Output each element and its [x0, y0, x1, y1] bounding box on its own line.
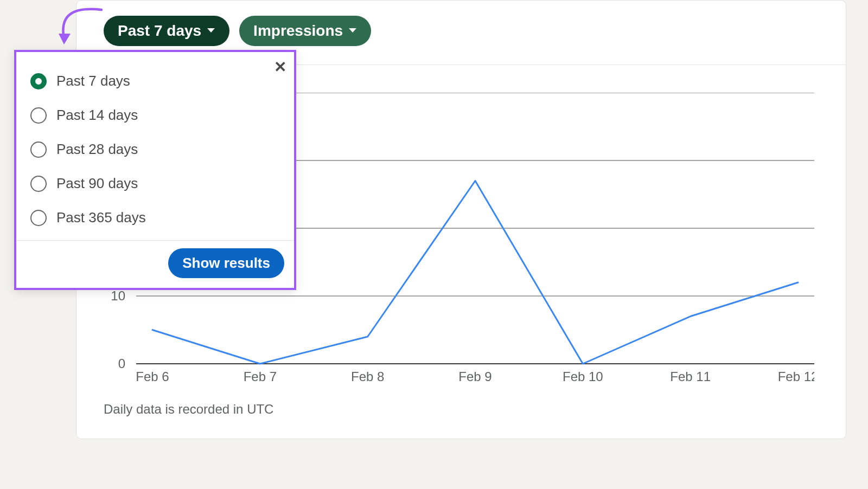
filter-bar: Past 7 days Impressions [104, 16, 371, 46]
date-range-option[interactable]: Past 28 days [27, 132, 283, 166]
date-range-option-label: Past 28 days [56, 141, 138, 158]
popup-footer: Show results [16, 240, 294, 288]
date-range-option[interactable]: Past 7 days [27, 64, 283, 98]
date-range-option[interactable]: Past 90 days [27, 166, 283, 201]
radio-icon [30, 73, 47, 89]
x-tick-label: Feb 8 [351, 369, 384, 384]
date-range-option[interactable]: Past 14 days [27, 98, 283, 132]
chevron-down-icon [348, 26, 357, 36]
show-results-button[interactable]: Show results [168, 248, 284, 278]
y-tick-label: 0 [104, 356, 125, 371]
radio-icon [30, 176, 47, 192]
x-tick-label: Feb 6 [136, 369, 169, 384]
chart-footer-note: Daily data is recorded in UTC [104, 402, 273, 417]
x-tick-label: Feb 10 [563, 369, 603, 384]
x-tick-label: Feb 7 [244, 369, 277, 384]
date-range-option-label: Past 90 days [56, 175, 138, 192]
x-tick-label: Feb 9 [458, 369, 492, 384]
date-range-label: Past 7 days [118, 22, 201, 40]
date-range-option[interactable]: Past 365 days [27, 201, 283, 235]
date-range-option-label: Past 7 days [56, 73, 130, 89]
metric-label: Impressions [253, 22, 343, 40]
x-tick-label: Feb 12 [778, 369, 814, 384]
chevron-down-icon [207, 26, 215, 36]
y-tick-label: 10 [104, 288, 125, 304]
date-range-dropdown[interactable]: Past 7 days [104, 16, 229, 46]
metric-dropdown[interactable]: Impressions [239, 16, 371, 46]
radio-icon [30, 210, 47, 226]
radio-icon [30, 107, 47, 124]
date-range-option-label: Past 365 days [56, 209, 146, 226]
date-range-option-label: Past 14 days [56, 107, 138, 124]
date-range-options: Past 7 daysPast 14 daysPast 28 daysPast … [16, 52, 294, 240]
date-range-popup: ✕ Past 7 daysPast 14 daysPast 28 daysPas… [14, 50, 296, 290]
radio-icon [30, 141, 47, 158]
x-tick-label: Feb 11 [670, 369, 711, 384]
close-icon[interactable]: ✕ [274, 60, 286, 75]
